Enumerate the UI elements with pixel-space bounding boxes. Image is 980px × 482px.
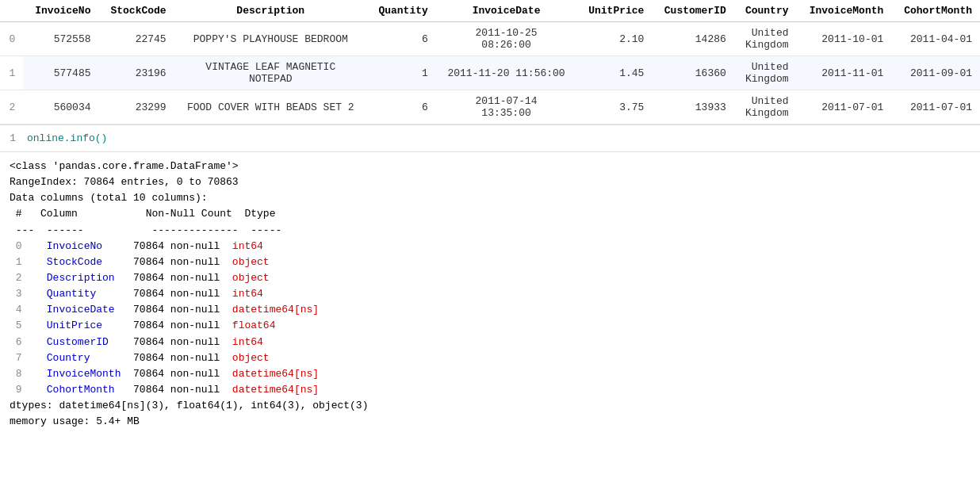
output-columns-list: 0 InvoiceNo 70864 non-null int64 1 Stock… [10,239,970,398]
cell-customerid: 13933 [652,90,733,124]
cell-country: UnitedKingdom [734,22,797,56]
cell-unitprice: 3.75 [576,90,652,124]
output-section: <class 'pandas.core.frame.DataFrame'> Ra… [0,152,980,436]
cell-cohortmonth: 2011-09-01 [891,56,980,90]
row-index: 1 [0,56,23,90]
col-cohortmonth: CohortMonth [891,0,980,22]
cell-quantity: 6 [367,22,436,56]
col-description: Description [174,0,367,22]
cell-country: UnitedKingdom [734,90,797,124]
cell-invoiceno: 572558 [23,22,98,56]
col-invoicemonth: InvoiceMonth [796,0,891,22]
output-col-row: 9 CohortMonth 70864 non-null datetime64[… [10,382,970,398]
cell-description: VINTAGE LEAF MAGNETICNOTEPAD [174,56,367,90]
col-unitprice: UnitPrice [576,0,652,22]
table-row: 1 577485 23196 VINTAGE LEAF MAGNETICNOTE… [0,56,980,90]
table-row: 0 572558 22745 POPPY'S PLAYHOUSE BEDROOM… [0,22,980,56]
output-line-3: Data columns (total 10 columns): [10,190,970,206]
cell-invoicedate: 2011-07-1413:35:00 [436,90,576,124]
cell-stockcode: 23196 [98,56,174,90]
cell-stockcode: 22745 [98,22,174,56]
output-col-row: 1 StockCode 70864 non-null object [10,254,970,270]
output-col-row: 5 UnitPrice 70864 non-null float64 [10,318,970,334]
col-quantity: Quantity [367,0,436,22]
dataframe-table: InvoiceNo StockCode Description Quantity… [0,0,980,125]
cell-invoiceno: 560034 [23,90,98,124]
cell-cohortmonth: 2011-07-01 [891,90,980,124]
cell-invoicemonth: 2011-10-01 [796,22,891,56]
output-dtypes: dtypes: datetime64[ns](3), float64(1), i… [10,398,970,414]
cell-country: UnitedKingdom [734,56,797,90]
cell-invoicemonth: 2011-11-01 [796,56,891,90]
cell-unitprice: 1.45 [576,56,652,90]
cell-unitprice: 2.10 [576,22,652,56]
col-stockcode: StockCode [98,0,174,22]
cell-customerid: 16360 [652,56,733,90]
row-index: 0 [0,22,23,56]
code-cell-1: 1 online.info() [0,125,980,152]
output-col-row: 2 Description 70864 non-null object [10,270,970,286]
col-index [0,0,23,22]
data-table: InvoiceNo StockCode Description Quantity… [0,0,980,124]
output-memory: memory usage: 5.4+ MB [10,414,970,430]
code-text: online.info() [24,128,110,148]
cell-cohortmonth: 2011-04-01 [891,22,980,56]
output-line-2: RangeIndex: 70864 entries, 0 to 70863 [10,174,970,190]
output-col-row: 3 Quantity 70864 non-null int64 [10,286,970,302]
cell-invoiceno: 577485 [23,56,98,90]
col-country: Country [734,0,797,22]
row-index: 2 [0,90,23,124]
output-col-row: 6 CustomerID 70864 non-null int64 [10,335,970,350]
cell-invoicemonth: 2011-07-01 [796,90,891,124]
output-col-row: 0 InvoiceNo 70864 non-null int64 [10,239,970,254]
output-line-1: <class 'pandas.core.frame.DataFrame'> [10,159,970,174]
cell-description: FOOD COVER WITH BEADS SET 2 [174,90,367,124]
cell-customerid: 14286 [652,22,733,56]
cell-number: 1 [0,128,24,148]
col-invoiceno: InvoiceNo [23,0,98,22]
table-header-row: InvoiceNo StockCode Description Quantity… [0,0,980,22]
output-separator: --- ------ -------------- ----- [10,223,970,239]
cell-invoicedate: 2011-11-20 11:56:00 [436,56,576,90]
cell-description: POPPY'S PLAYHOUSE BEDROOM [174,22,367,56]
output-col-row: 8 InvoiceMonth 70864 non-null datetime64… [10,366,970,382]
output-columns-header: # Column Non-Null Count Dtype [10,206,970,222]
cell-invoicedate: 2011-10-2508:26:00 [436,22,576,56]
output-col-row: 7 Country 70864 non-null object [10,350,970,366]
cell-quantity: 1 [367,56,436,90]
cell-quantity: 6 [367,90,436,124]
table-row: 2 560034 23299 FOOD COVER WITH BEADS SET… [0,90,980,124]
output-col-row: 4 InvoiceDate 70864 non-null datetime64[… [10,302,970,318]
col-customerid: CustomerID [652,0,733,22]
col-invoicedate: InvoiceDate [436,0,576,22]
cell-stockcode: 23299 [98,90,174,124]
